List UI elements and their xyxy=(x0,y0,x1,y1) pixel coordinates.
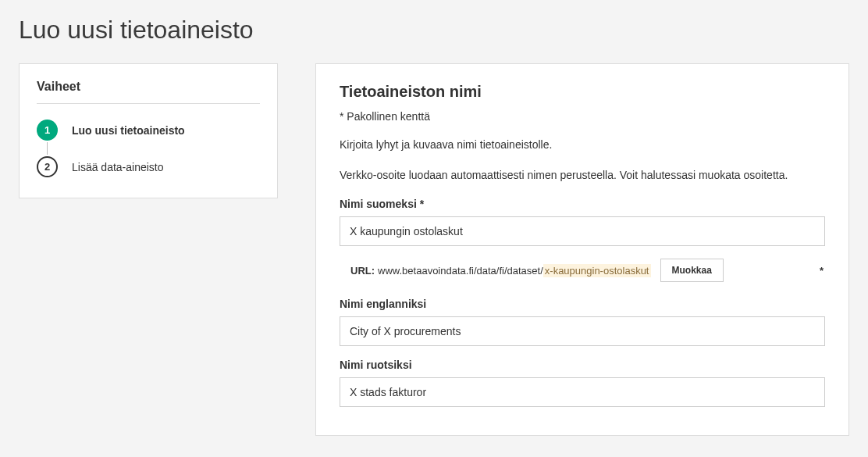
label-name-en: Nimi englanniksi xyxy=(340,298,825,310)
description-1: Kirjoita lyhyt ja kuvaava nimi tietoaine… xyxy=(340,137,825,153)
url-label: URL: xyxy=(350,265,375,277)
url-edit-button[interactable]: Muokkaa xyxy=(660,259,724,282)
label-name-sv: Nimi ruotsiksi xyxy=(340,359,825,371)
sidebar-title: Vaiheet xyxy=(37,80,260,104)
step-add-data[interactable]: 2 Lisää data-aineisto xyxy=(37,156,260,177)
input-name-sv[interactable] xyxy=(340,377,825,407)
url-base: www.betaavoindata.fi/data/fi/dataset/ xyxy=(378,265,543,277)
step-label: Luo uusi tietoaineisto xyxy=(72,124,185,137)
input-name-en[interactable] xyxy=(340,316,825,346)
section-title: Tietoaineiston nimi xyxy=(340,83,825,101)
label-name-fi: Nimi suomeksi * xyxy=(340,198,825,210)
required-note: * Pakollinen kenttä xyxy=(340,110,825,123)
url-required-mark: * xyxy=(820,265,825,277)
step-number: 1 xyxy=(37,120,58,141)
url-row: URL: www.betaavoindata.fi/data/fi/datase… xyxy=(340,259,825,282)
main-form: Tietoaineiston nimi * Pakollinen kenttä … xyxy=(315,63,849,436)
input-name-fi[interactable] xyxy=(340,216,825,246)
page-title: Luo uusi tietoaineisto xyxy=(19,16,849,45)
step-number: 2 xyxy=(37,156,58,177)
step-label: Lisää data-aineisto xyxy=(72,161,164,173)
url-slug: x-kaupungin-ostolaskut xyxy=(543,264,651,277)
steps-sidebar: Vaiheet 1 Luo uusi tietoaineisto 2 Lisää… xyxy=(19,63,278,198)
step-create-dataset[interactable]: 1 Luo uusi tietoaineisto xyxy=(37,120,260,141)
description-2: Verkko-osoite luodaan automaattisesti ni… xyxy=(340,167,825,184)
